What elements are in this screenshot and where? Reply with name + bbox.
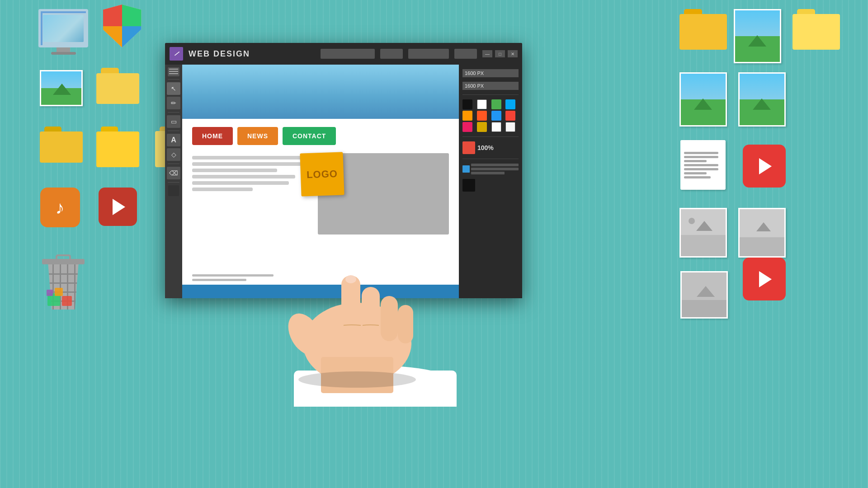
checker-lines xyxy=(471,164,519,174)
color-red[interactable] xyxy=(505,111,515,121)
toolbar-input-3[interactable] xyxy=(408,49,449,59)
color-black[interactable] xyxy=(462,99,472,109)
maximize-button[interactable]: □ xyxy=(495,50,505,57)
nav-home-button[interactable]: HOME xyxy=(192,127,233,145)
right-panel: 100% xyxy=(459,65,522,298)
color-palette-1 xyxy=(462,99,519,132)
zoom-label: 100% xyxy=(477,144,494,151)
menu-icon xyxy=(168,67,179,76)
toolbar-input-1[interactable] xyxy=(321,49,375,59)
toolbar-input-2[interactable] xyxy=(380,49,403,59)
color-deep-orange[interactable] xyxy=(477,111,487,121)
checker-blue-box[interactable] xyxy=(462,165,470,173)
bottom-line-1 xyxy=(192,274,274,277)
image-placeholder-right-3 xyxy=(680,271,728,319)
app-window: ⟋ WEB DESIGN — □ ✕ ↖ ✏ ▭ A xyxy=(165,43,522,298)
color-pink[interactable] xyxy=(462,122,472,132)
color-white[interactable] xyxy=(477,99,487,109)
image-icon-1 xyxy=(38,70,84,111)
folder-icon-3 xyxy=(95,127,140,172)
svg-rect-8 xyxy=(398,305,413,343)
bottom-line-2 xyxy=(192,279,246,281)
svg-point-10 xyxy=(298,371,416,388)
image-placeholder-right-2 xyxy=(737,208,787,262)
document-icon-right xyxy=(678,140,728,194)
title-bar: ⟋ WEB DESIGN — □ ✕ xyxy=(165,43,522,65)
eraser-tool[interactable]: ⌫ xyxy=(167,167,180,179)
close-button[interactable]: ✕ xyxy=(508,50,518,57)
svg-rect-7 xyxy=(381,296,398,341)
rect-tool[interactable]: ▭ xyxy=(167,115,180,128)
pen-tool[interactable]: ✏ xyxy=(167,97,180,109)
zoom-red-box[interactable] xyxy=(462,141,475,154)
design-bottom-text xyxy=(192,274,274,281)
play-icon-1 xyxy=(97,188,138,228)
color-lightblue[interactable] xyxy=(505,99,515,109)
checker-line-2 xyxy=(471,168,519,170)
checker-line-1 xyxy=(471,164,519,166)
text-line-1 xyxy=(192,156,307,160)
text-line-3 xyxy=(192,169,277,172)
design-text-column xyxy=(192,153,313,235)
panel-divider-1 xyxy=(462,94,519,95)
color-orange[interactable] xyxy=(462,111,472,121)
color-lightgray[interactable] xyxy=(505,122,515,132)
color-green[interactable] xyxy=(491,99,501,109)
design-canvas: HOME NEWS CONTACT LOG xyxy=(182,65,459,298)
window-body: ↖ ✏ ▭ A ◇ ⌫ HOME NEWS CONTACT xyxy=(165,65,522,298)
music-icon: ♪ xyxy=(38,188,81,230)
logo-label: LOGO xyxy=(307,168,338,180)
window-controls: — □ ✕ xyxy=(482,50,518,57)
windows-shield-icon xyxy=(99,5,145,54)
height-input-row xyxy=(462,82,519,90)
rect2-tool[interactable] xyxy=(168,185,179,196)
panel-divider-3 xyxy=(462,159,519,159)
design-footer-bar xyxy=(182,285,459,298)
nav-contact-button[interactable]: CONTACT xyxy=(283,127,336,145)
panel-divider-2 xyxy=(462,136,519,137)
left-toolbar: ↖ ✏ ▭ A ◇ ⌫ xyxy=(165,65,182,298)
shape-tool[interactable]: ◇ xyxy=(167,148,180,161)
black-square-tool[interactable] xyxy=(462,179,475,192)
text-line-5 xyxy=(192,181,289,185)
svg-point-0 xyxy=(294,366,457,407)
svg-point-2 xyxy=(303,303,411,384)
folder-icon-right-2 xyxy=(791,9,841,54)
text-line-6 xyxy=(192,188,253,191)
color-yellow[interactable] xyxy=(477,122,487,132)
design-nav: HOME NEWS CONTACT xyxy=(182,119,459,150)
height-input[interactable] xyxy=(462,82,519,90)
trash-icon xyxy=(36,251,90,314)
width-input[interactable] xyxy=(462,69,519,77)
image-placeholder-right-1 xyxy=(678,208,728,262)
text-tool[interactable]: A xyxy=(167,134,180,146)
minimize-button[interactable]: — xyxy=(482,50,492,57)
svg-rect-3 xyxy=(321,357,393,393)
image-icon-right-3 xyxy=(737,72,787,131)
image-icon-right-1 xyxy=(732,9,782,68)
svg-rect-1 xyxy=(294,371,457,407)
svg-point-4 xyxy=(281,308,329,361)
folder-icon-right-1 xyxy=(678,9,728,54)
text-line-4 xyxy=(192,175,295,178)
nav-news-button[interactable]: NEWS xyxy=(237,127,278,145)
play-icon-right-1 xyxy=(741,145,787,190)
zoom-row: 100% xyxy=(462,141,519,154)
folder-icon-2 xyxy=(38,127,84,167)
app-icon: ⟋ xyxy=(170,47,183,61)
logo-sticky-note[interactable]: LOGO xyxy=(300,152,344,196)
folder-icon-1 xyxy=(95,68,140,106)
color-blue[interactable] xyxy=(491,111,501,121)
text-line-2 xyxy=(192,162,301,166)
image-icon-right-2 xyxy=(678,72,728,131)
grid-tool-row xyxy=(462,164,519,174)
toolbar-input-4[interactable] xyxy=(454,49,477,59)
pointer-tool[interactable]: ↖ xyxy=(167,82,180,95)
play-icon-right-2 xyxy=(741,258,787,303)
color-white-2[interactable] xyxy=(491,122,501,132)
width-input-row xyxy=(462,69,519,77)
app-title: WEB DESIGN xyxy=(189,49,315,59)
monitor-icon xyxy=(36,9,90,63)
design-header-band xyxy=(182,65,459,119)
